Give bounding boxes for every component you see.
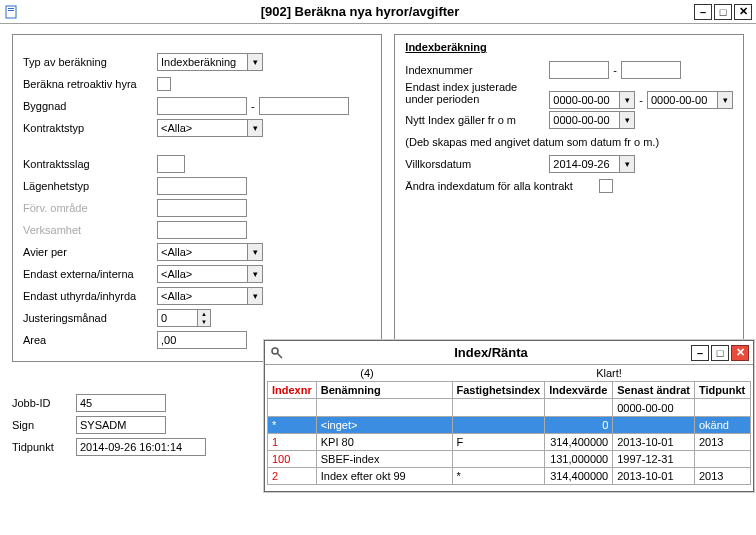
col-tidpunkt[interactable]: Tidpunkt [695,382,751,399]
col-indexnr[interactable]: Indexnr [268,382,317,399]
verksamhet-input[interactable] [157,221,247,239]
andra-checkbox[interactable] [599,179,613,193]
typ-input[interactable] [157,53,247,71]
typ-label: Typ av beräkning [23,56,153,68]
minimize-button[interactable]: – [694,4,712,20]
forv-label: Förv. område [23,202,153,214]
table-filter-row: 0000-00-00 [268,399,751,417]
uthyrda-input[interactable] [157,287,247,305]
verksamhet-label: Verksamhet [23,224,153,236]
chevron-down-icon[interactable]: ▾ [247,265,263,283]
area-input[interactable] [157,331,247,349]
indexnummer-label: Indexnummer [405,64,545,76]
cell-tp: 2013 [695,434,751,451]
uthyrda-combo[interactable]: ▾ [157,287,263,305]
kontraktstyp-label: Kontraktstyp [23,122,153,134]
col-fastighetsindex[interactable]: Fastighetsindex [452,382,545,399]
chevron-down-icon[interactable]: ▾ [247,243,263,261]
filter-indexnr[interactable] [268,399,317,417]
maximize-button[interactable]: □ [714,4,732,20]
avier-input[interactable] [157,243,247,261]
cell-nr: * [268,417,317,434]
externa-input[interactable] [157,265,247,283]
byggnad-from-input[interactable] [157,97,247,115]
cell-fi: F [452,434,545,451]
forv-input[interactable] [157,199,247,217]
jobbid-input[interactable] [76,394,166,412]
indexnummer-from-input[interactable] [549,61,609,79]
chevron-down-icon[interactable]: ▾ [619,91,635,109]
cell-fi [452,451,545,468]
row-count: (4) [267,367,467,379]
sub-minimize-button[interactable]: – [691,345,709,361]
sub-titlebar: Index/Ränta – □ ✕ [265,341,753,365]
chevron-down-icon[interactable]: ▾ [717,91,733,109]
dash: - [639,94,643,106]
col-benamning[interactable]: Benämning [316,382,452,399]
cell-tp [695,451,751,468]
retro-checkbox[interactable] [157,77,171,91]
period-to-combo[interactable]: ▾ [647,91,733,109]
retro-label: Beräkna retroaktiv hyra [23,78,153,90]
kontraktsslag-input[interactable] [157,155,185,173]
col-indexvarde[interactable]: Indexvärde [545,382,613,399]
cell-iv: 0 [545,417,613,434]
close-button[interactable]: ✕ [734,4,752,20]
cell-sa: 2013-10-01 [613,468,695,485]
sign-input[interactable] [76,416,166,434]
filter-fastighetsindex[interactable] [452,399,545,417]
table-row[interactable]: 1KPI 80F314,4000002013-10-012013 [268,434,751,451]
kontraktstyp-combo[interactable]: ▾ [157,119,263,137]
table-row[interactable]: 2Index efter okt 99*314,4000002013-10-01… [268,468,751,485]
col-senast[interactable]: Senast ändrat [613,382,695,399]
kontraktstyp-input[interactable] [157,119,247,137]
justerings-label: Justeringsmånad [23,312,153,324]
chevron-down-icon[interactable]: ▾ [247,119,263,137]
villkor-input[interactable] [549,155,619,173]
chevron-down-icon[interactable]: ▾ [619,111,635,129]
lagenhetstyp-label: Lägenhetstyp [23,180,153,192]
nytt-combo[interactable]: ▾ [549,111,635,129]
filter-senast[interactable]: 0000-00-00 [613,399,695,417]
tidpunkt-input[interactable] [76,438,206,456]
sub-close-button[interactable]: ✕ [731,345,749,361]
cell-iv: 131,000000 [545,451,613,468]
typ-combo[interactable]: ▾ [157,53,263,71]
chevron-down-icon[interactable]: ▾ [619,155,635,173]
filter-indexvarde[interactable] [545,399,613,417]
filter-tidpunkt[interactable] [695,399,751,417]
justerings-spinner[interactable]: ▲ ▼ [157,309,211,327]
externa-combo[interactable]: ▾ [157,265,263,283]
justerings-input[interactable] [157,309,197,327]
period-from-combo[interactable]: ▾ [549,91,635,109]
cell-ben: SBEF-index [316,451,452,468]
byggnad-to-input[interactable] [259,97,349,115]
byggnad-label: Byggnad [23,100,153,112]
cell-ben: KPI 80 [316,434,452,451]
indexnummer-to-input[interactable] [621,61,681,79]
period-to-input[interactable] [647,91,717,109]
main-titlebar: [902] Beräkna nya hyror/avgifter – □ ✕ [0,0,756,24]
spinner-down-icon[interactable]: ▼ [198,318,210,326]
cell-fi [452,417,545,434]
sub-maximize-button[interactable]: □ [711,345,729,361]
table-row[interactable]: *<inget>0okänd [268,417,751,434]
table-row[interactable]: 100SBEF-index131,0000001997-12-31 [268,451,751,468]
cell-ben: Index efter okt 99 [316,468,452,485]
cell-sa: 1997-12-31 [613,451,695,468]
svg-rect-1 [8,8,14,9]
spinner-up-icon[interactable]: ▲ [198,310,210,318]
kontraktsslag-label: Kontraktsslag [23,158,153,170]
nytt-input[interactable] [549,111,619,129]
chevron-down-icon[interactable]: ▾ [247,53,263,71]
lagenhetstyp-input[interactable] [157,177,247,195]
villkor-combo[interactable]: ▾ [549,155,635,173]
filter-benamning[interactable] [316,399,452,417]
chevron-down-icon[interactable]: ▾ [247,287,263,305]
period-from-input[interactable] [549,91,619,109]
index-table: Indexnr Benämning Fastighetsindex Indexv… [267,381,751,485]
cell-nr: 100 [268,451,317,468]
document-icon [4,4,20,20]
svg-rect-2 [8,10,14,11]
avier-combo[interactable]: ▾ [157,243,263,261]
